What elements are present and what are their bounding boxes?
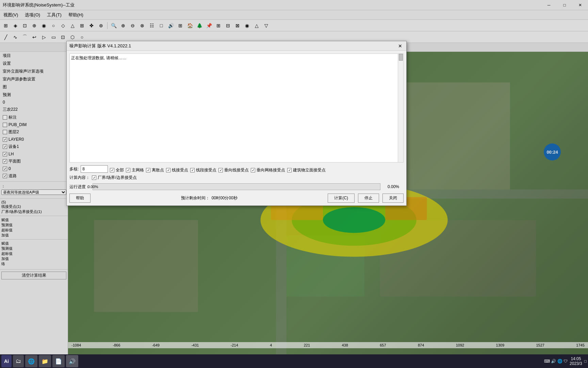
calculate-button[interactable]: 计算(C) xyxy=(328,194,355,203)
cb-line-recv-row[interactable]: 线接受点 xyxy=(166,167,188,173)
estimated-time-value: 00时00分00秒 xyxy=(212,195,238,201)
taskbar-date: 2023/3 xyxy=(570,361,582,366)
cb-line-recv[interactable] xyxy=(166,168,170,172)
start-button[interactable]: Ai xyxy=(1,355,12,367)
files-icon: 📁 xyxy=(42,358,48,365)
notification-icon[interactable]: □ xyxy=(584,359,587,364)
modal-close-button[interactable]: ✕ xyxy=(397,43,404,49)
estimated-time-label: 预计剩余时间： xyxy=(181,195,210,201)
cb-building-label: 建筑物立面接受点 xyxy=(293,167,326,173)
taskbar-time: 14:05 xyxy=(570,356,582,361)
modal-content: 正在预处理源数据, 请稍候…… 多核: 全部 xyxy=(67,51,406,205)
taskbar-app-office[interactable]: 📄 xyxy=(52,355,65,367)
explorer-icon: 🗂 xyxy=(16,358,21,364)
cb-main-grid[interactable] xyxy=(126,168,130,172)
edge-icon: 🌐 xyxy=(28,358,35,365)
time-row: 预计剩余时间： 00时00分00秒 xyxy=(94,195,324,201)
cb-line-seg-row[interactable]: 线段接受点 xyxy=(190,167,216,173)
office-icon: 📄 xyxy=(55,358,62,365)
log-scrollbar[interactable] xyxy=(398,54,403,162)
taskbar-app-edge[interactable]: 🌐 xyxy=(25,355,37,367)
progress-row: 运行进度： 0.00% 0.00% xyxy=(69,183,404,190)
modal-dialog: 噪声影响计算 版本 V4.1.2022.1 ✕ 正在预处理源数据, 请稍候…… … xyxy=(66,41,407,206)
modal-controls: 多核: 全部 主网格 离散点 线接受点 xyxy=(69,165,404,175)
progress-bar-text: 0.00% xyxy=(87,185,98,189)
cb-vert-line-row[interactable]: 垂向线接受点 xyxy=(218,167,249,173)
cb-line-seg[interactable] xyxy=(190,168,195,172)
log-area: 正在预处理源数据, 请稍候…… xyxy=(69,53,404,163)
taskbar-app-files[interactable]: 📁 xyxy=(39,355,51,367)
calc-content-row: 计算内容： 厂界/场界/边界接受点 xyxy=(69,175,404,181)
cb-line-seg-label: 线段接受点 xyxy=(196,167,216,173)
taskbar-app-noisesystem[interactable]: 🔊 xyxy=(66,355,78,367)
cb-vert-grid[interactable] xyxy=(251,168,255,172)
tray-icons: ⌨ 🔊 🌐 🛡 xyxy=(544,359,568,364)
cb-factory-label: 厂界/场界/边界接受点 xyxy=(98,175,137,181)
taskbar-clock[interactable]: 14:05 2023/3 xyxy=(570,356,582,366)
cb-all[interactable] xyxy=(110,168,114,172)
stop-button[interactable]: 停止 xyxy=(358,194,379,203)
progress-bar-container: 0.00% xyxy=(93,183,380,190)
cb-sparse-label: 离散点 xyxy=(152,167,164,173)
scrollbar-thumb[interactable] xyxy=(399,54,403,61)
cb-main-grid-row[interactable]: 主网格 xyxy=(126,167,144,173)
taskbar: Ai 🗂 🌐 📁 📄 🔊 ⌨ 🔊 🌐 🛡 14:05 2023/3 □ xyxy=(0,354,588,368)
cb-vert-grid-label: 垂向网格接受点 xyxy=(257,167,285,173)
taskbar-right: ⌨ 🔊 🌐 🛡 14:05 2023/3 □ xyxy=(544,356,587,366)
cores-label: 多核: xyxy=(69,166,79,172)
cb-all-label: 全部 xyxy=(116,167,124,173)
calc-content-label: 计算内容： xyxy=(69,175,90,181)
cores-input[interactable] xyxy=(81,165,108,173)
modal-overlay: 噪声影响计算 版本 V4.1.2022.1 ✕ 正在预处理源数据, 请稍候…… … xyxy=(0,0,588,354)
progress-label: 运行进度： xyxy=(69,184,90,190)
cb-vert-line[interactable] xyxy=(218,168,223,172)
log-text: 正在预处理源数据, 请稍候…… xyxy=(71,55,402,61)
progress-text-right: 0.00% xyxy=(383,184,404,189)
cb-vert-grid-row[interactable]: 垂向网格接受点 xyxy=(251,167,285,173)
cb-building-row[interactable]: 建筑物立面接受点 xyxy=(287,167,326,173)
taskbar-app-explorer[interactable]: 🗂 xyxy=(13,355,24,367)
cb-vert-line-label: 垂向线接受点 xyxy=(224,167,249,173)
cb-main-grid-label: 主网格 xyxy=(132,167,144,173)
bottom-row: 帮助 预计剩余时间： 00时00分00秒 计算(C) 停止 关闭 xyxy=(69,194,404,203)
cb-factory-row[interactable]: 厂界/场界/边界接受点 xyxy=(92,175,137,181)
close-modal-button[interactable]: 关闭 xyxy=(382,194,404,203)
noisesystem-icon: 🔊 xyxy=(69,358,76,365)
modal-title: 噪声影响计算 版本 V4.1.2022.1 xyxy=(69,43,131,49)
cb-all-row[interactable]: 全部 xyxy=(110,167,124,173)
help-button[interactable]: 帮助 xyxy=(69,194,91,203)
modal-titlebar: 噪声影响计算 版本 V4.1.2022.1 ✕ xyxy=(67,41,406,51)
cb-sparse-row[interactable]: 离散点 xyxy=(146,167,164,173)
cb-sparse[interactable] xyxy=(146,168,150,172)
cb-factory[interactable] xyxy=(92,175,96,180)
cb-building[interactable] xyxy=(287,168,292,172)
cores-row: 多核: xyxy=(69,165,108,173)
cb-line-recv-label: 线接受点 xyxy=(172,167,188,173)
